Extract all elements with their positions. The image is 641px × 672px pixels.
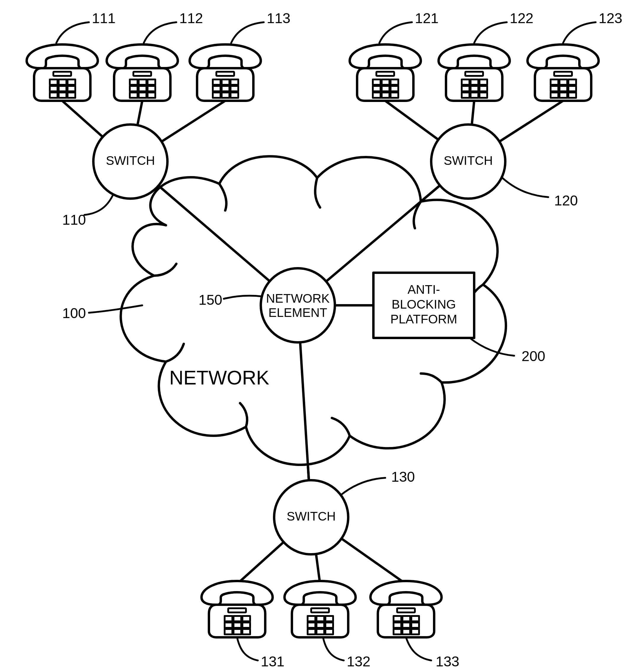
ref-113: 113: [267, 10, 290, 26]
ref-121: 121: [415, 10, 439, 26]
ref-132: 132: [347, 654, 370, 669]
switch-120: SWITCH: [431, 124, 505, 199]
ref-120: 120: [554, 193, 578, 209]
switch-110-label: SWITCH: [106, 153, 155, 167]
network-diagram: NETWORK NETWORK ELEMENT ANTI- BLOCKING P…: [0, 0, 641, 672]
ref-112: 112: [179, 10, 203, 26]
ref-123: 123: [599, 10, 622, 26]
anti-blocking-label-3: PLATFORM: [390, 312, 457, 326]
ref-111: 111: [92, 10, 115, 26]
network-element-label-2: ELEMENT: [269, 306, 327, 320]
phone-113-icon: [190, 44, 261, 101]
network-cloud-label: NETWORK: [169, 367, 269, 389]
ref-133: 133: [436, 654, 459, 669]
ref-100: 100: [62, 305, 86, 321]
ref-122: 122: [510, 10, 533, 26]
phone-112-icon: [107, 44, 178, 101]
network-element-node: NETWORK ELEMENT: [261, 268, 335, 342]
ref-110: 110: [62, 212, 86, 228]
phone-122-icon: [439, 44, 510, 101]
switch-130: SWITCH: [274, 480, 348, 554]
anti-blocking-label-1: ANTI-: [408, 282, 440, 296]
ref-150: 150: [199, 292, 222, 308]
switch-130-label: SWITCH: [287, 509, 336, 523]
ref-130: 130: [391, 469, 415, 485]
phone-123-icon: [528, 44, 599, 101]
ref-200: 200: [521, 348, 545, 364]
switch-110: SWITCH: [93, 124, 167, 199]
anti-blocking-label-2: BLOCKING: [392, 297, 456, 311]
phone-132-icon: [285, 581, 356, 637]
phone-121-icon: [350, 44, 421, 101]
phone-131-icon: [202, 581, 273, 637]
switch-120-label: SWITCH: [444, 153, 493, 167]
network-element-label-1: NETWORK: [266, 291, 330, 305]
phone-133-icon: [370, 581, 441, 637]
anti-blocking-platform-node: ANTI- BLOCKING PLATFORM: [373, 273, 474, 338]
ref-131: 131: [261, 654, 285, 669]
phone-111-icon: [27, 44, 98, 101]
